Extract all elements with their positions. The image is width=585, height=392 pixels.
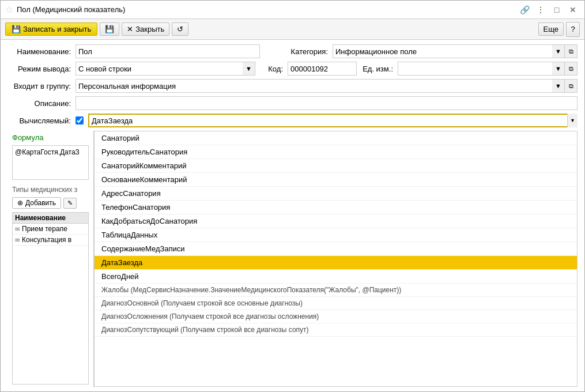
formula-link[interactable]: Формула [12,133,89,142]
group-copy-btn[interactable]: ⧉ [565,79,578,93]
dropdown-item-kak[interactable]: КакДобратьсяДоСанатория [95,214,577,228]
dropdown-item-vsego[interactable]: ВсегоДней [95,270,577,284]
calculated-dropdown-btn[interactable]: ▼ [567,114,578,127]
types-table: Наименование ✉ Прием терапе ✉ Консультац… [12,212,89,385]
toolbar: 💾 Записать и закрыть 💾 ✕ Закрыть ↺ Еще ? [1,19,584,40]
dropdown-item-diagnoz-soputstvuyushchiy[interactable]: ДиагнозСопутствующий (Получаем строкой в… [95,323,577,337]
name-input[interactable] [76,44,260,58]
dropdown-item-diagnoz-oslozhneniya[interactable]: ДиагнозОсложнения (Получаем строкой все … [95,310,577,323]
unit-label: Ед. изм.: [361,65,393,73]
row-output-code: Режим вывода: ▼ Код: Ед. изм.: ▼ ⧉ [7,62,578,76]
category-label: Категория: [265,47,328,56]
output-mode-label: Режим вывода: [7,65,71,73]
output-mode-dropdown-btn[interactable]: ▼ [243,62,255,76]
group-input[interactable] [76,79,552,93]
title-bar: ☆ Пол (Медицинский показатель) 🔗 ⋮ □ ✕ [1,1,584,19]
types-section-label: Типы медицинских з [12,186,89,194]
dropdown-item-rukovoditel[interactable]: РуководительСанатория [95,145,577,159]
category-copy-btn[interactable]: ⧉ [565,44,578,58]
name-label: Наименование: [7,47,71,56]
link-icon-btn[interactable]: 🔗 [518,3,531,17]
description-input[interactable] [76,96,578,110]
dropdown-item-sanatoriy[interactable]: Санаторий [95,131,577,145]
close-button[interactable]: ✕ Закрыть [122,22,169,36]
dropdown-item-adres[interactable]: АдресСанатория [95,187,577,201]
close-window-btn[interactable]: ✕ [566,3,580,17]
window-title: Пол (Медицинский показатель) [17,5,125,14]
calculated-label: Вычисляемый: [7,116,71,125]
formula-box: @КартаГостя.ДатаЗ [12,145,89,180]
dropdown-item-data-zaezda[interactable]: ДатаЗаезда [95,256,577,270]
save-disk-icon: 💾 [12,25,21,33]
row-text-2: Консультация в [22,236,71,244]
code-input[interactable] [288,62,357,76]
row-calculated: Вычисляемый: ▼ [7,114,578,127]
row-group: Входит в группу: ▼ ⧉ [7,79,578,93]
add-circle-icon: ⊕ [17,199,23,207]
row-text-1: Прием терапе [22,225,67,233]
code-label: Код: [260,65,283,73]
save-close-label: Записать и закрыть [23,25,91,33]
maximize-btn[interactable]: □ [550,3,564,17]
add-type-button[interactable]: ⊕ Добавить [12,197,61,209]
close-x-icon: ✕ [127,25,133,33]
refresh-icon: ↺ [177,25,183,33]
dropdown-item-komentariy[interactable]: СанаторийКомментарий [95,159,577,173]
add-label: Добавить [25,199,56,207]
form-area: Наименование: Категория: ▼ ⧉ Режим вывод… [1,40,584,391]
more-button[interactable]: Еще [538,22,564,36]
unit-copy-btn[interactable]: ⧉ [565,62,578,76]
dropdown-item-diagnoz-osnovnoy[interactable]: ДиагнозОсновной (Получаем строкой все ос… [95,297,577,310]
category-dropdown-btn[interactable]: ▼ [552,44,565,58]
dropdown-item-soderzhanie[interactable]: СодержаниеМедЗаписи [95,242,577,256]
dropdown-list: Санаторий РуководительСанатория Санатори… [94,131,578,387]
unit-input[interactable] [398,62,552,76]
save-button[interactable]: 💾 [100,22,119,36]
calculated-checkbox[interactable] [76,116,84,125]
group-dropdown-btn[interactable]: ▼ [552,79,565,93]
row-name-category: Наименование: Категория: ▼ ⧉ [7,44,578,58]
star-icon[interactable]: ☆ [5,4,13,15]
row-icon-1: ✉ [15,226,20,232]
group-label: Входит в группу: [7,82,71,91]
menu-icon-btn[interactable]: ⋮ [534,3,548,17]
row-description: Описание: [7,96,578,110]
calculated-input[interactable] [88,114,578,127]
save-close-button[interactable]: 💾 Записать и закрыть [5,22,97,36]
types-table-header: Наименование [13,213,88,224]
dropdown-item-zhalobiy[interactable]: Жалобы (МедСервисНазначение.ЗначениеМеди… [95,284,577,297]
main-window: ☆ Пол (Медицинский показатель) 🔗 ⋮ □ ✕ 💾… [0,0,585,392]
dropdown-item-osnovaniye[interactable]: ОснованиеКомментарий [95,173,577,187]
dropdown-item-telefon[interactable]: ТелефонСанатория [95,201,577,214]
table-row[interactable]: ✉ Прием терапе [13,224,88,235]
table-row[interactable]: ✉ Консультация в [13,235,88,246]
dropdown-item-tablitsa[interactable]: ТаблицаДанных [95,228,577,242]
left-panel: Формула @КартаГостя.ДатаЗ Типы медицинск… [7,131,94,387]
close-label: Закрыть [135,25,164,33]
unit-dropdown-btn[interactable]: ▼ [552,62,565,76]
row-icon-2: ✉ [15,237,20,243]
output-mode-input[interactable] [76,62,243,76]
category-input[interactable] [333,44,552,58]
help-button[interactable]: ? [566,22,580,37]
edit-type-button[interactable]: ✎ [63,198,77,209]
save-icon: 💾 [105,25,114,33]
description-label: Описание: [7,99,71,108]
bottom-area: Формула @КартаГостя.ДатаЗ Типы медицинск… [7,131,578,387]
refresh-button[interactable]: ↺ [172,22,188,36]
